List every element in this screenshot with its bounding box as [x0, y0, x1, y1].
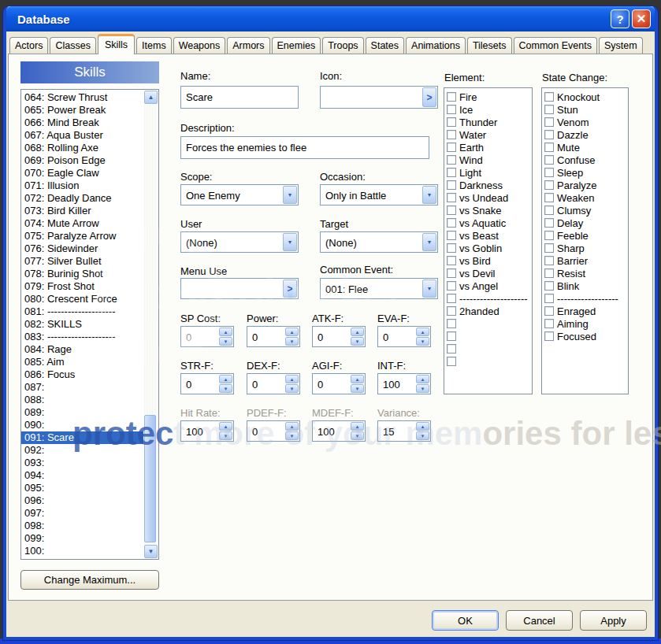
state-checkbox-item[interactable]: Feeble: [544, 229, 628, 242]
skill-list-item[interactable]: 098:: [21, 520, 143, 532]
checkbox-icon[interactable]: [447, 281, 456, 291]
element-checkbox-item[interactable]: Earth: [447, 141, 532, 154]
checkbox-icon[interactable]: [447, 142, 456, 152]
checkbox-icon[interactable]: [447, 205, 456, 215]
state-checkbox-item[interactable]: ------------------: [544, 292, 628, 305]
cancel-button[interactable]: Cancel: [506, 610, 573, 631]
spin-up-icon[interactable]: ▲: [285, 422, 299, 431]
element-list[interactable]: Fire Ice Thunder Water Earth: [444, 87, 533, 394]
spin-down-icon[interactable]: ▼: [219, 384, 232, 393]
chevron-down-icon[interactable]: ▼: [283, 186, 297, 204]
checkbox-icon[interactable]: [544, 294, 554, 303]
tab[interactable]: States: [366, 37, 404, 54]
state-checkbox-item[interactable]: Resist: [544, 267, 628, 279]
element-checkbox-item[interactable]: --------------------: [447, 292, 532, 305]
state-checkbox-item[interactable]: Sharp: [544, 242, 628, 254]
spin-up-icon[interactable]: ▲: [351, 328, 364, 336]
checkbox-icon[interactable]: [447, 331, 456, 341]
checkbox-icon[interactable]: [447, 117, 456, 127]
chevron-down-icon[interactable]: ▼: [283, 233, 297, 251]
state-checkbox-item[interactable]: Barrier: [544, 254, 628, 267]
icon-picker[interactable]: >: [320, 86, 438, 109]
scrollbar-thumb[interactable]: [144, 415, 156, 542]
element-checkbox-item[interactable]: Water: [447, 128, 532, 141]
checkbox-icon[interactable]: [544, 105, 554, 114]
spin-down-icon[interactable]: ▼: [285, 337, 299, 346]
element-checkbox-item[interactable]: Fire: [447, 91, 532, 103]
state-checkbox-item[interactable]: Weaken: [544, 191, 628, 204]
checkbox-icon[interactable]: [447, 268, 456, 278]
checkbox-icon[interactable]: [544, 117, 554, 127]
skill-list-item[interactable]: 080: Crescent Force: [21, 293, 143, 305]
state-checkbox-item[interactable]: Blink: [544, 279, 628, 292]
eva-f-field[interactable]: 0 ▲▼: [377, 326, 431, 347]
spin-down-icon[interactable]: ▼: [285, 384, 299, 393]
element-checkbox-item[interactable]: Light: [447, 166, 532, 179]
state-checkbox-item[interactable]: Delay: [544, 217, 628, 229]
element-checkbox-item[interactable]: vs Snake: [447, 204, 532, 217]
power-field[interactable]: 0 ▲▼: [247, 326, 300, 347]
agi-f-field[interactable]: 0 ▲▼: [312, 373, 366, 394]
chevron-down-icon[interactable]: ▼: [422, 186, 436, 204]
menu-use-picker[interactable]: >: [180, 278, 299, 299]
skill-list-item[interactable]: 065: Power Break: [21, 104, 143, 117]
skill-list-item[interactable]: 094:: [21, 469, 143, 482]
state-change-list[interactable]: Knockout Stun Venom Dazzle Mute: [541, 87, 629, 394]
hit-rate-field[interactable]: 100 ▲▼: [180, 420, 234, 442]
mdef-f-field[interactable]: 100 ▲▼: [312, 420, 366, 442]
variance-field[interactable]: 15 ▲▼: [377, 420, 431, 442]
element-checkbox-item[interactable]: vs Goblin: [447, 242, 532, 254]
element-checkbox-item[interactable]: vs Devil: [447, 267, 532, 279]
checkbox-icon[interactable]: [447, 193, 456, 202]
spin-up-icon[interactable]: ▲: [416, 375, 429, 383]
skill-list-item[interactable]: 092:: [21, 444, 143, 457]
user-select[interactable]: (None) ▼: [180, 231, 299, 253]
checkbox-icon[interactable]: [544, 142, 554, 152]
help-button[interactable]: ?: [611, 9, 629, 28]
spin-up-icon[interactable]: ▲: [219, 422, 232, 431]
checkbox-icon[interactable]: [544, 218, 554, 228]
spin-up-icon[interactable]: ▲: [416, 328, 429, 336]
element-checkbox-item[interactable]: vs Bird: [447, 254, 532, 267]
checkbox-icon[interactable]: [447, 243, 456, 253]
checkbox-icon[interactable]: [447, 344, 456, 353]
checkbox-icon[interactable]: [447, 155, 456, 165]
tab[interactable]: Items: [136, 37, 172, 54]
skill-list-item[interactable]: 097:: [21, 507, 143, 520]
skill-list-item[interactable]: 071: Illusion: [21, 180, 143, 192]
common-event-select[interactable]: 001: Flee ▼: [320, 278, 438, 299]
skill-list-item[interactable]: 090:: [21, 419, 143, 431]
pdef-f-field[interactable]: 0 ▲▼: [247, 420, 300, 442]
title-bar[interactable]: Database ? ✕: [6, 6, 655, 31]
checkbox-icon[interactable]: [447, 294, 456, 303]
skill-list[interactable]: 064: Screw Thrust065: Power Break066: Mi…: [20, 89, 159, 560]
spin-up-icon[interactable]: ▲: [219, 328, 232, 336]
state-checkbox-item[interactable]: Focused: [544, 330, 628, 342]
ok-button[interactable]: OK: [432, 610, 499, 631]
dex-f-field[interactable]: 0 ▲▼: [247, 373, 300, 394]
spin-up-icon[interactable]: ▲: [285, 375, 299, 383]
checkbox-icon[interactable]: [544, 168, 554, 177]
description-input[interactable]: Forces the enemies to flee: [180, 136, 429, 159]
int-f-field[interactable]: 100 ▲▼: [377, 373, 431, 394]
state-checkbox-item[interactable]: Dazzle: [544, 128, 628, 141]
atk-f-field[interactable]: 0 ▲▼: [312, 326, 366, 347]
skill-list-item[interactable]: 077: Silver Bullet: [21, 255, 143, 268]
tab[interactable]: Skills: [98, 34, 135, 54]
state-checkbox-item[interactable]: Confuse: [544, 154, 628, 166]
chevron-right-icon[interactable]: >: [283, 279, 297, 298]
checkbox-icon[interactable]: [447, 256, 456, 265]
element-checkbox-item[interactable]: 2handed: [447, 305, 532, 317]
skill-list-item[interactable]: 075: Paralyze Arrow: [21, 230, 143, 242]
skill-list-item[interactable]: 089:: [21, 406, 143, 419]
checkbox-icon[interactable]: [544, 180, 554, 190]
checkbox-icon[interactable]: [544, 155, 554, 165]
scrollbar-track[interactable]: [144, 104, 158, 545]
scroll-down-icon[interactable]: ▼: [144, 545, 158, 558]
checkbox-icon[interactable]: [544, 130, 554, 139]
tab[interactable]: System: [599, 37, 643, 54]
spin-down-icon[interactable]: ▼: [219, 337, 232, 346]
skill-list-item[interactable]: 069: Poison Edge: [21, 154, 143, 167]
checkbox-icon[interactable]: [447, 180, 456, 190]
checkbox-icon[interactable]: [544, 256, 554, 265]
